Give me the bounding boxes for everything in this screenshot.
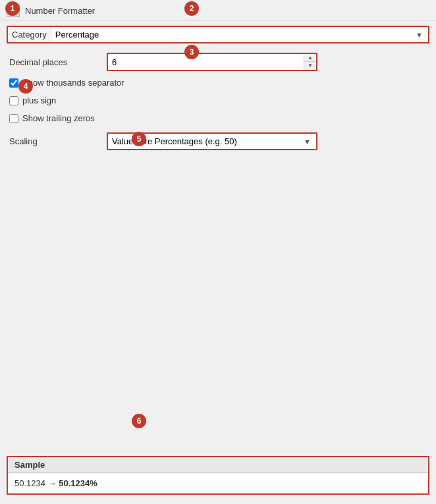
decimal-places-label: Decimal places bbox=[9, 57, 101, 67]
thousands-separator-label: Show thousands separator bbox=[22, 78, 124, 88]
sample-value: 50.1234 → 50.1234% bbox=[14, 478, 97, 488]
plus-sign-label: plus sign bbox=[22, 96, 56, 105]
plus-sign-checkbox[interactable] bbox=[9, 96, 18, 105]
badge-1: 1 bbox=[5, 1, 20, 16]
form-section: Decimal places ▲ ▼ Show thousands separa… bbox=[7, 49, 429, 154]
decimal-places-spinbox: ▲ ▼ bbox=[107, 53, 317, 71]
content-area: Category Percentage Number Currency Date… bbox=[0, 20, 436, 504]
badge-6: 6 bbox=[132, 414, 146, 428]
sample-section: Sample 50.1234 → 50.1234% bbox=[7, 456, 429, 495]
thousands-separator-row: Show thousands separator bbox=[9, 76, 427, 89]
decimal-places-input[interactable] bbox=[108, 55, 304, 69]
panel-title: Number Formatter bbox=[25, 6, 95, 16]
category-row: Category Percentage Number Currency Date… bbox=[7, 26, 429, 43]
scaling-label: Scaling bbox=[9, 136, 101, 146]
category-select[interactable]: Percentage Number Currency Date Time Boo… bbox=[51, 27, 410, 42]
sample-input: 50.1234 bbox=[14, 478, 45, 488]
badge-4: 4 bbox=[18, 79, 33, 94]
badge-3: 3 bbox=[184, 45, 199, 59]
badge-5: 5 bbox=[132, 132, 146, 146]
trailing-zeros-checkbox[interactable] bbox=[9, 114, 18, 123]
panel-header: ◄ Number Formatter bbox=[0, 0, 436, 20]
trailing-zeros-row: Show trailing zeros bbox=[9, 112, 427, 125]
sample-header: Sample bbox=[8, 457, 428, 473]
trailing-zeros-label: Show trailing zeros bbox=[22, 113, 95, 123]
decimal-places-row: Decimal places ▲ ▼ bbox=[9, 53, 427, 71]
scaling-row: Scaling Values are Percentages (e.g. 50)… bbox=[9, 132, 427, 150]
sample-content: 50.1234 → 50.1234% bbox=[8, 473, 428, 493]
spinbox-increment[interactable]: ▲ bbox=[304, 54, 316, 62]
scaling-dropdown-arrow: ▼ bbox=[298, 135, 316, 148]
spinbox-decrement[interactable]: ▼ bbox=[304, 62, 316, 70]
number-formatter-panel: 1 2 3 4 5 6 ◄ Number Formatter Category … bbox=[0, 0, 436, 504]
category-dropdown-arrow: ▼ bbox=[410, 28, 428, 42]
thousands-separator-checkbox[interactable] bbox=[9, 78, 18, 88]
spinbox-controls: ▲ ▼ bbox=[304, 54, 316, 70]
category-label: Category bbox=[8, 27, 51, 42]
badge-2: 2 bbox=[184, 1, 199, 16]
sample-output: → 50.1234% bbox=[48, 478, 97, 488]
plus-sign-row: plus sign bbox=[9, 94, 427, 107]
